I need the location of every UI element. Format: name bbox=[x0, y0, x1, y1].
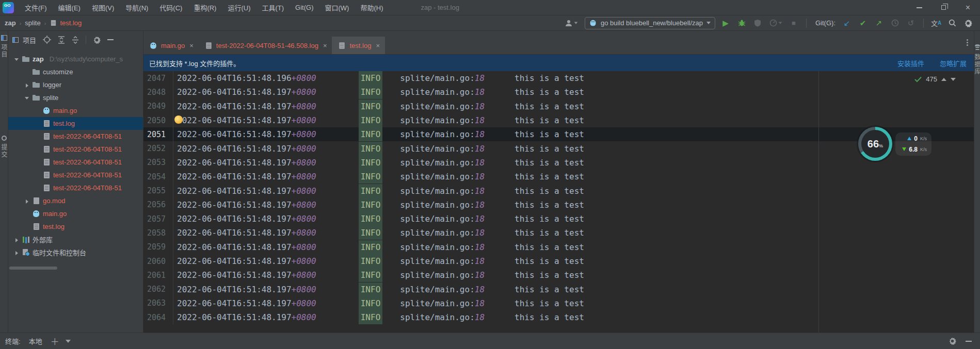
stripe-commit-label[interactable]: 提交 bbox=[0, 144, 8, 158]
git-history-button[interactable] bbox=[889, 18, 901, 29]
terminal-dropdown-button[interactable] bbox=[66, 340, 71, 343]
tree-row[interactable]: main.go bbox=[8, 104, 143, 117]
git-push-button[interactable]: ↗ bbox=[873, 18, 885, 29]
log-line[interactable]: 2052 2022-06-04T16:51:48.197+0800INFOspl… bbox=[143, 141, 974, 155]
menu-item[interactable]: 导航(N) bbox=[120, 0, 154, 15]
log-line[interactable]: 2050 2022-06-04T16:51:48.197+0800INFOspl… bbox=[143, 113, 974, 127]
project-tool-window-icon[interactable] bbox=[1, 35, 7, 41]
editor-tab[interactable]: main.go × bbox=[143, 37, 199, 54]
log-line[interactable]: 2049 2022-06-04T16:51:48.197+0800INFOspl… bbox=[143, 99, 974, 113]
log-line[interactable]: 2059 2022-06-04T16:51:48.197+0800INFOspl… bbox=[143, 240, 974, 254]
debug-button[interactable] bbox=[736, 18, 747, 29]
tree-chevron-icon[interactable] bbox=[13, 250, 20, 256]
log-line[interactable]: 2048 2022-06-04T16:51:48.197+0800INFOspl… bbox=[143, 85, 974, 99]
minimize-button[interactable] bbox=[907, 0, 931, 15]
new-terminal-button[interactable]: ＋ bbox=[51, 335, 59, 347]
project-panel-title[interactable]: 项目 bbox=[23, 35, 36, 45]
editor-tab[interactable]: test.log × bbox=[332, 37, 385, 54]
menu-item[interactable]: 窗口(W) bbox=[319, 0, 355, 15]
breadcrumb-folder[interactable]: splite bbox=[25, 19, 40, 27]
log-line[interactable]: 2054 2022-06-04T16:51:48.197+0800INFOspl… bbox=[143, 170, 974, 184]
menu-item[interactable]: 帮助(H) bbox=[355, 0, 389, 15]
close-button[interactable]: × bbox=[956, 0, 980, 15]
tree-row[interactable]: customize bbox=[8, 65, 143, 78]
menu-item[interactable]: 编辑(E) bbox=[53, 0, 86, 15]
tab-options-button[interactable] bbox=[960, 39, 974, 46]
log-editor[interactable]: 2047 2022-06-04T16:51:48.196+0800INFOspl… bbox=[143, 71, 974, 333]
log-line[interactable]: 2051 2022-06-04T16:51:48.197+0800INFOspl… bbox=[143, 127, 974, 141]
tree-row[interactable]: test-2022-06-04T08-51 bbox=[8, 181, 143, 194]
tree-row[interactable]: 外部库 bbox=[8, 233, 143, 246]
tree-row[interactable]: test-2022-06-04T08-51 bbox=[8, 169, 143, 181]
log-line[interactable]: 2058 2022-06-04T16:51:48.197+0800INFOspl… bbox=[143, 226, 974, 240]
menu-item[interactable]: 文件(F) bbox=[19, 0, 53, 15]
restore-button[interactable] bbox=[931, 0, 956, 15]
git-rollback-button[interactable]: ↺ bbox=[905, 18, 917, 29]
next-button[interactable] bbox=[951, 78, 956, 81]
profiler-button[interactable] bbox=[768, 18, 783, 29]
tab-close-icon[interactable]: × bbox=[323, 42, 327, 49]
commit-tool-window-icon[interactable] bbox=[2, 136, 7, 141]
ignore-extension-link[interactable]: 忽略扩展 bbox=[940, 58, 967, 68]
tree-row[interactable]: main.go bbox=[8, 207, 143, 220]
run-button[interactable]: ▶ bbox=[720, 18, 731, 29]
menu-item[interactable]: 工具(T) bbox=[256, 0, 290, 15]
run-with-coverage-button[interactable] bbox=[752, 18, 763, 29]
tree-chevron-icon[interactable] bbox=[13, 56, 20, 62]
settings-button[interactable] bbox=[962, 18, 974, 29]
run-configuration-select[interactable]: go build bluebell_new/bluebell/zap bbox=[585, 17, 715, 29]
log-line[interactable]: 2057 2022-06-04T16:51:48.197+0800INFOspl… bbox=[143, 212, 974, 226]
tree-row[interactable]: zap D:\syz\study\computer_s bbox=[8, 53, 143, 65]
stripe-project-label[interactable]: 项目 bbox=[0, 44, 8, 58]
horizontal-scrollbar[interactable] bbox=[9, 267, 57, 270]
menu-item[interactable]: 运行(U) bbox=[222, 0, 256, 15]
log-line[interactable]: 2063 2022-06-04T16:51:48.197+0800INFOspl… bbox=[143, 296, 974, 310]
tree-row[interactable]: test-2022-06-04T08-51 bbox=[8, 130, 143, 143]
expand-all-button[interactable] bbox=[58, 36, 65, 44]
log-line[interactable]: 2064 2022-06-04T16:51:48.197+0800INFOspl… bbox=[143, 310, 974, 324]
tree-row[interactable]: test-2022-06-04T08-51 bbox=[8, 143, 143, 156]
collapse-all-button[interactable] bbox=[72, 36, 79, 44]
database-tool-window-icon[interactable] bbox=[975, 44, 980, 46]
tree-row[interactable]: test.log bbox=[8, 220, 143, 233]
terminal-tab-local[interactable]: 本地 bbox=[27, 336, 44, 346]
log-line[interactable]: 2062 2022-06-04T16:51:48.197+0800INFOspl… bbox=[143, 282, 974, 296]
previous-button[interactable] bbox=[941, 78, 946, 81]
panel-options-button[interactable] bbox=[93, 36, 101, 44]
locate-file-button[interactable] bbox=[43, 36, 51, 44]
intention-bulb-icon[interactable] bbox=[174, 115, 183, 124]
tab-close-icon[interactable]: × bbox=[189, 42, 194, 49]
terminal-settings-button[interactable] bbox=[949, 337, 956, 345]
tree-row[interactable]: test-2022-06-04T08-51 bbox=[8, 156, 143, 169]
install-plugin-link[interactable]: 安装插件 bbox=[897, 58, 924, 68]
tree-row[interactable]: logger bbox=[8, 78, 143, 91]
menu-item[interactable]: Git(G) bbox=[290, 0, 319, 15]
tree-chevron-icon[interactable] bbox=[24, 198, 30, 204]
tree-chevron-icon[interactable] bbox=[13, 237, 20, 243]
tree-chevron-icon[interactable] bbox=[24, 82, 30, 88]
git-commit-button[interactable]: ✔ bbox=[857, 18, 869, 29]
log-line[interactable]: 2055 2022-06-04T16:51:48.197+0800INFOspl… bbox=[143, 184, 974, 197]
stop-button[interactable]: ■ bbox=[788, 18, 799, 29]
menu-item[interactable]: 重构(R) bbox=[188, 0, 222, 15]
search-everywhere-button[interactable] bbox=[946, 18, 958, 29]
menu-item[interactable]: 代码(C) bbox=[154, 0, 188, 15]
stripe-database-label[interactable]: 数据库 bbox=[973, 54, 980, 75]
log-line[interactable]: 2061 2022-06-04T16:51:48.197+0800INFOspl… bbox=[143, 268, 974, 282]
user-account-button[interactable] bbox=[563, 18, 580, 29]
tree-row[interactable]: go.mod bbox=[8, 194, 143, 207]
hide-terminal-button[interactable] bbox=[966, 341, 972, 342]
log-line[interactable]: 2047 2022-06-04T16:51:48.196+0800INFOspl… bbox=[143, 71, 974, 85]
tree-row[interactable]: splite bbox=[8, 91, 143, 104]
tree-row[interactable]: test.log bbox=[8, 117, 143, 130]
git-update-button[interactable]: ↙ bbox=[841, 18, 853, 29]
menu-item[interactable]: 视图(V) bbox=[86, 0, 120, 15]
log-line[interactable]: 2056 2022-06-04T16:51:48.197+0800INFOspl… bbox=[143, 198, 974, 212]
tab-close-icon[interactable]: × bbox=[376, 42, 380, 49]
breadcrumb-file[interactable]: test.log bbox=[50, 19, 82, 27]
log-line[interactable]: 2053 2022-06-04T16:51:48.197+0800INFOspl… bbox=[143, 156, 974, 170]
tree-row[interactable]: 临时文件和控制台 bbox=[8, 246, 143, 259]
log-line[interactable]: 2060 2022-06-04T16:51:48.197+0800INFOspl… bbox=[143, 254, 974, 268]
tree-chevron-icon[interactable] bbox=[24, 95, 30, 101]
translate-button[interactable]: 文A bbox=[930, 18, 942, 29]
